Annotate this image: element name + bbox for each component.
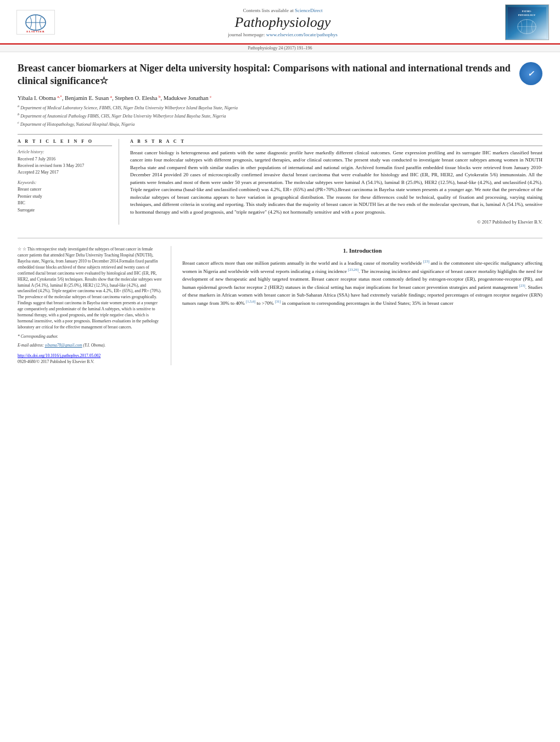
received-date: Received 7 July 2016	[18, 156, 112, 163]
footnote-star: ☆ ☆ This retrospective study investigate…	[18, 246, 164, 330]
revised-date: Received in revised form 3 May 2017	[18, 163, 112, 169]
affiliation-b: b Department of Anatomical Pathology FBM…	[18, 111, 542, 119]
section-divider	[18, 238, 542, 238]
article-info-heading: A R T I C L E I N F O	[18, 139, 112, 146]
accepted-date: Accepted 22 May 2017	[18, 169, 112, 176]
abstract-col: A B S T R A C T Breast cancer biology is…	[130, 139, 542, 225]
introduction-text: Breast cancer affects more than one mill…	[182, 259, 542, 308]
doi-footer: http://dx.doi.org/10.1016/j.pathophys.20…	[18, 353, 164, 359]
journal-header: ELSEVIER Contents lists available at Sci…	[0, 0, 560, 44]
elsevier-logo-image: ELSEVIER	[16, 10, 55, 35]
doi-bar: Pathophysiology 24 (2017) 191–196	[0, 44, 560, 52]
article-info-col: A R T I C L E I N F O Article history: R…	[18, 139, 119, 225]
journal-center: Contents lists available at ScienceDirec…	[60, 8, 505, 37]
history-label: Article history:	[18, 149, 112, 154]
footnote-col: ☆ ☆ This retrospective study investigate…	[18, 246, 171, 365]
keyword-surrogate: Surrogate	[18, 207, 112, 214]
two-col-section: A R T I C L E I N F O Article history: R…	[18, 134, 542, 225]
introduction-heading: 1. Introduction	[182, 246, 542, 255]
article-dates: Received 7 July 2016 Received in revised…	[18, 156, 112, 176]
article-title-text: Breast cancer biomarkers at Niger delta …	[18, 62, 513, 90]
doi-link[interactable]: http://dx.doi.org/10.1016/j.pathophys.20…	[18, 353, 100, 358]
email-line: E-mail address: yibama78@gmail.com (Y.I.…	[18, 343, 164, 349]
keyword-ihc: IHC	[18, 200, 112, 207]
svg-text:PHYSIOLOGY: PHYSIOLOGY	[518, 13, 536, 16]
article-title: Breast cancer biomarkers at Niger delta …	[18, 62, 513, 88]
abstract-copyright: © 2017 Published by Elsevier B.V.	[130, 219, 542, 225]
email-label: E-mail address:	[18, 343, 44, 348]
abstract-heading: A B S T R A C T	[130, 139, 542, 146]
affiliation-c: c Department of Histopathology, National…	[18, 120, 542, 127]
homepage-label: journal homepage:	[228, 32, 265, 37]
homepage-link[interactable]: www.elsevier.com/locate/pathophys	[266, 32, 338, 37]
introduction-col: 1. Introduction Breast cancer affects mo…	[182, 246, 542, 365]
journal-name: Pathophysiology	[71, 14, 494, 31]
sciencedirect-label: Contents lists available at ScienceDirec…	[71, 8, 494, 13]
doi-text: Pathophysiology 24 (2017) 191–196	[248, 46, 312, 51]
keywords-label: Keywords:	[18, 180, 112, 185]
affiliations: a Department of Medical Laboratory Scien…	[18, 103, 542, 127]
footnote-star-symbol: ☆	[18, 247, 23, 252]
keyword-premier-study: Premier study	[18, 193, 112, 200]
crossmark-icon: ✓	[528, 69, 534, 79]
abstract-text: Breast cancer biology is heterogeneous a…	[130, 149, 542, 216]
article-title-section: Breast cancer biomarkers at Niger delta …	[18, 62, 542, 90]
abstract-body: Breast cancer biology is heterogeneous a…	[130, 150, 542, 215]
bottom-section: ☆ ☆ This retrospective study investigate…	[0, 246, 560, 365]
issn-footer: 0928-4680/© 2017 Published by Elsevier B…	[18, 359, 164, 365]
sciencedirect-text: Contents lists available at	[243, 8, 294, 13]
sciencedirect-link[interactable]: ScienceDirect	[295, 8, 322, 13]
keyword-breast-cancer: Breast cancer	[18, 186, 112, 193]
journal-cover-image: PATHO- PHYSIOLOGY	[505, 4, 549, 40]
article-content: Breast cancer biomarkers at Niger delta …	[0, 52, 560, 230]
email-link[interactable]: yibama78@gmail.com	[45, 343, 82, 348]
page: ELSEVIER Contents lists available at Sci…	[0, 0, 560, 742]
authors-text: Yibala I. Oboma a,*, Benjamin E. Susan a…	[18, 95, 211, 101]
corresponding-author: * Corresponding author.	[18, 334, 164, 340]
authors: Yibala I. Oboma a,*, Benjamin E. Susan a…	[18, 94, 542, 102]
footnote-text: ☆ This retrospective study investigated …	[18, 247, 162, 329]
svg-text:ELSEVIER: ELSEVIER	[26, 30, 44, 33]
svg-text:PATHO-: PATHO-	[522, 10, 532, 13]
journal-homepage: journal homepage: www.elsevier.com/locat…	[71, 32, 494, 37]
keywords-section: Keywords: Breast cancer Premier study IH…	[18, 180, 112, 214]
affiliation-a: a Department of Medical Laboratory Scien…	[18, 103, 542, 111]
email-name: (Y.I. Oboma).	[83, 343, 106, 348]
intro-paragraph-1: Breast cancer affects more than one mill…	[182, 259, 542, 308]
elsevier-logo: ELSEVIER	[11, 10, 60, 35]
crossmark-badge[interactable]: ✓	[519, 62, 542, 85]
corresponding-label: * Corresponding author.	[18, 334, 58, 339]
